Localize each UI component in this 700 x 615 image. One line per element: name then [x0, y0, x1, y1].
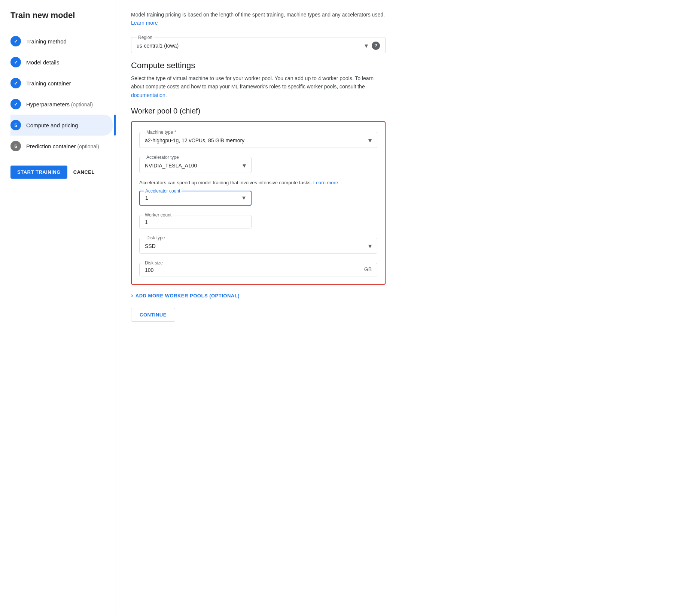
- accelerator-count-label: Accelerator count: [144, 188, 182, 194]
- region-icons: ▾ ?: [365, 42, 380, 50]
- accelerator-type-fieldset: Accelerator type NVIDIA_TESLA_A100 ▾: [139, 155, 252, 173]
- start-training-button[interactable]: START TRAINING: [10, 166, 67, 179]
- step-icon-4: ✓: [10, 99, 21, 109]
- accelerator-count-wrapper: Accelerator count 1 ▾: [139, 188, 377, 206]
- active-bar: [114, 115, 116, 136]
- step-icon-6: 6: [10, 141, 21, 151]
- accelerator-type-dropdown-icon[interactable]: ▾: [243, 161, 246, 170]
- sidebar-item-label-1: Training method: [26, 38, 67, 45]
- accelerator-learn-more-link[interactable]: Learn more: [313, 180, 338, 185]
- disk-size-unit: GB: [364, 266, 372, 272]
- region-fieldset: Region us-central1 (Iowa) ▾ ?: [131, 35, 386, 53]
- step-icon-1: ✓: [10, 36, 21, 46]
- worker-pool-title: Worker pool 0 (chief): [131, 107, 386, 115]
- accelerator-count-dropdown-icon[interactable]: ▾: [242, 194, 246, 202]
- cancel-button[interactable]: CANCEL: [73, 169, 95, 175]
- pricing-learn-more-link[interactable]: Learn more: [131, 20, 158, 26]
- sidebar-item-compute-pricing[interactable]: 5 Compute and pricing: [10, 115, 113, 136]
- step-icon-5: 5: [10, 120, 21, 130]
- documentation-link[interactable]: documentation: [131, 92, 165, 98]
- sidebar-item-label-5: Compute and pricing: [26, 122, 78, 128]
- sidebar-action-buttons: START TRAINING CANCEL: [10, 166, 116, 179]
- machine-type-label: Machine type *: [145, 130, 177, 135]
- sidebar-item-hyperparameters[interactable]: ✓ Hyperparameters (optional): [10, 94, 113, 115]
- accelerator-count-fieldset[interactable]: Accelerator count 1 ▾: [139, 188, 252, 206]
- disk-size-fieldset: Disk size 100 GB: [139, 260, 377, 276]
- main-content: Model training pricing is based on the l…: [116, 0, 401, 615]
- sidebar-item-label-6: Prediction container (optional): [26, 143, 99, 149]
- chevron-down-icon: ›: [131, 292, 133, 299]
- help-icon[interactable]: ?: [372, 42, 380, 50]
- accelerator-type-value: NVIDIA_TESLA_A100: [145, 163, 197, 169]
- region-label: Region: [137, 35, 154, 40]
- machine-type-fieldset: Machine type * a2-highgpu-1g, 12 vCPUs, …: [139, 130, 377, 148]
- accelerator-type-wrapper: Accelerator type NVIDIA_TESLA_A100 ▾: [139, 155, 377, 176]
- worker-count-value: 1: [145, 218, 246, 225]
- sidebar-item-training-container[interactable]: ✓ Training container: [10, 73, 113, 94]
- continue-button[interactable]: CONTINUE: [131, 308, 175, 322]
- accelerator-count-value: 1: [145, 195, 148, 201]
- disk-type-fieldset: Disk type SSD ▾: [139, 235, 377, 254]
- add-more-pools-button[interactable]: › ADD MORE WORKER POOLS (OPTIONAL): [131, 292, 240, 299]
- disk-type-dropdown-icon[interactable]: ▾: [368, 242, 372, 250]
- sidebar-item-prediction-container[interactable]: 6 Prediction container (optional): [10, 136, 113, 157]
- sidebar-item-label-4: Hyperparameters (optional): [26, 101, 93, 107]
- compute-settings-desc: Select the type of virtual machine to us…: [131, 74, 386, 99]
- step-icon-2: ✓: [10, 57, 21, 67]
- accelerator-desc: Accelerators can speed up model training…: [139, 179, 377, 187]
- machine-type-dropdown-icon[interactable]: ▾: [368, 136, 372, 145]
- disk-size-value: 100: [145, 266, 153, 273]
- compute-settings-title: Compute settings: [131, 61, 386, 70]
- worker-count-label: Worker count: [143, 212, 173, 218]
- sidebar-item-label-3: Training container: [26, 80, 71, 87]
- page-title: Train new model: [10, 10, 116, 20]
- sidebar-item-label-2: Model details: [26, 59, 59, 66]
- worker-count-fieldset: Worker count 1: [139, 212, 252, 228]
- sidebar: Train new model ✓ Training method ✓ Mode…: [0, 0, 116, 615]
- disk-type-value: SSD: [145, 243, 156, 249]
- region-value: us-central1 (Iowa): [137, 43, 179, 49]
- pricing-info-text: Model training pricing is based on the l…: [131, 10, 386, 27]
- sidebar-item-model-details[interactable]: ✓ Model details: [10, 52, 113, 73]
- disk-type-label: Disk type: [145, 235, 166, 240]
- add-pools-label: ADD MORE WORKER POOLS (OPTIONAL): [136, 293, 240, 299]
- worker-pool-box: Machine type * a2-highgpu-1g, 12 vCPUs, …: [131, 121, 386, 285]
- machine-type-value: a2-highgpu-1g, 12 vCPUs, 85 GiB memory: [145, 137, 244, 143]
- step-icon-3: ✓: [10, 78, 21, 88]
- sidebar-item-training-method[interactable]: ✓ Training method: [10, 31, 113, 52]
- accelerator-type-label: Accelerator type: [145, 155, 180, 160]
- disk-size-label: Disk size: [143, 260, 164, 266]
- dropdown-arrow-icon[interactable]: ▾: [365, 42, 368, 50]
